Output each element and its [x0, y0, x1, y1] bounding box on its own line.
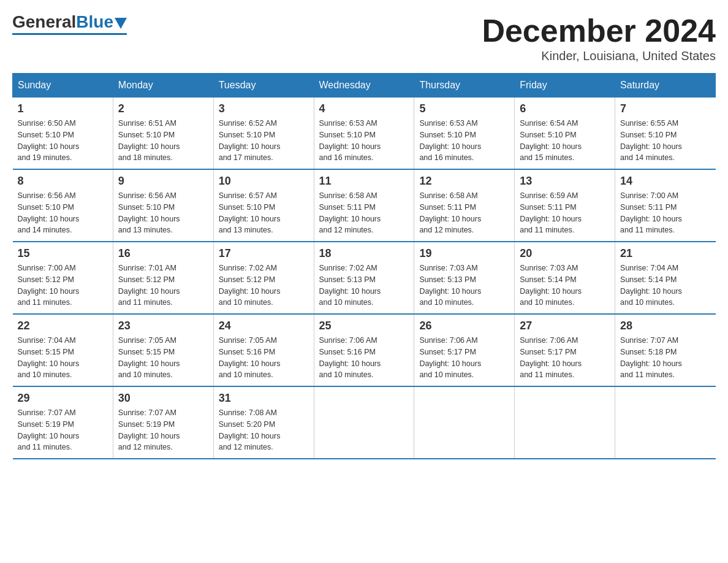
calendar-cell [414, 386, 515, 459]
day-number: 10 [219, 175, 309, 188]
day-info: Sunrise: 6:55 AM Sunset: 5:10 PM Dayligh… [620, 118, 710, 164]
day-number: 14 [620, 175, 710, 188]
col-sunday: Sunday [13, 74, 113, 98]
day-info: Sunrise: 7:02 AM Sunset: 5:12 PM Dayligh… [219, 262, 309, 308]
day-number: 21 [620, 247, 710, 260]
calendar-cell: 5 Sunrise: 6:53 AM Sunset: 5:10 PM Dayli… [414, 98, 515, 170]
day-number: 8 [18, 175, 108, 188]
day-info: Sunrise: 6:53 AM Sunset: 5:10 PM Dayligh… [419, 118, 509, 164]
col-saturday: Saturday [615, 74, 716, 98]
day-number: 30 [118, 392, 208, 405]
calendar-cell: 29 Sunrise: 7:07 AM Sunset: 5:19 PM Dayl… [13, 386, 113, 459]
day-number: 29 [18, 392, 108, 405]
calendar-cell: 25 Sunrise: 7:06 AM Sunset: 5:16 PM Dayl… [314, 314, 414, 386]
calendar-cell: 9 Sunrise: 6:56 AM Sunset: 5:10 PM Dayli… [113, 169, 213, 242]
day-number: 3 [219, 102, 309, 115]
day-info: Sunrise: 6:56 AM Sunset: 5:10 PM Dayligh… [118, 190, 208, 236]
logo-general-text: General [12, 12, 76, 32]
col-friday: Friday [515, 74, 615, 98]
calendar-cell: 20 Sunrise: 7:03 AM Sunset: 5:14 PM Dayl… [515, 242, 615, 314]
day-info: Sunrise: 7:06 AM Sunset: 5:16 PM Dayligh… [319, 335, 409, 381]
day-info: Sunrise: 7:03 AM Sunset: 5:13 PM Dayligh… [419, 262, 509, 308]
calendar-cell [515, 386, 615, 459]
calendar-cell: 8 Sunrise: 6:56 AM Sunset: 5:10 PM Dayli… [13, 169, 113, 242]
month-title: December 2024 [482, 12, 716, 49]
calendar-cell [314, 386, 414, 459]
location-subtitle: Kinder, Louisiana, United States [482, 49, 716, 63]
calendar-cell: 24 Sunrise: 7:05 AM Sunset: 5:16 PM Dayl… [213, 314, 314, 386]
calendar-cell: 23 Sunrise: 7:05 AM Sunset: 5:15 PM Dayl… [113, 314, 213, 386]
col-wednesday: Wednesday [314, 74, 414, 98]
day-info: Sunrise: 7:02 AM Sunset: 5:13 PM Dayligh… [319, 262, 409, 308]
day-number: 23 [118, 320, 208, 332]
day-number: 25 [319, 320, 409, 332]
day-info: Sunrise: 6:53 AM Sunset: 5:10 PM Dayligh… [319, 118, 409, 164]
calendar-cell: 22 Sunrise: 7:04 AM Sunset: 5:15 PM Dayl… [13, 314, 113, 386]
calendar-cell: 28 Sunrise: 7:07 AM Sunset: 5:18 PM Dayl… [615, 314, 716, 386]
day-info: Sunrise: 7:04 AM Sunset: 5:15 PM Dayligh… [18, 335, 108, 381]
day-number: 13 [520, 175, 610, 188]
header: GeneralBlue December 2024 Kinder, Louisi… [12, 12, 716, 63]
calendar-cell: 12 Sunrise: 6:58 AM Sunset: 5:11 PM Dayl… [414, 169, 515, 242]
day-info: Sunrise: 7:01 AM Sunset: 5:12 PM Dayligh… [118, 262, 208, 308]
day-number: 11 [319, 175, 409, 188]
day-info: Sunrise: 6:59 AM Sunset: 5:11 PM Dayligh… [520, 190, 610, 236]
day-info: Sunrise: 6:58 AM Sunset: 5:11 PM Dayligh… [319, 190, 409, 236]
calendar-week-5: 29 Sunrise: 7:07 AM Sunset: 5:19 PM Dayl… [13, 386, 716, 459]
day-info: Sunrise: 7:05 AM Sunset: 5:16 PM Dayligh… [219, 335, 309, 381]
day-number: 1 [18, 102, 108, 115]
day-info: Sunrise: 7:00 AM Sunset: 5:12 PM Dayligh… [18, 262, 108, 308]
day-number: 6 [520, 102, 610, 115]
calendar-cell: 6 Sunrise: 6:54 AM Sunset: 5:10 PM Dayli… [515, 98, 615, 170]
day-info: Sunrise: 6:51 AM Sunset: 5:10 PM Dayligh… [118, 118, 208, 164]
day-number: 9 [118, 175, 208, 188]
day-number: 27 [520, 320, 610, 332]
logo: GeneralBlue [12, 12, 127, 35]
day-number: 22 [18, 320, 108, 332]
calendar-cell: 18 Sunrise: 7:02 AM Sunset: 5:13 PM Dayl… [314, 242, 414, 314]
day-number: 5 [419, 102, 509, 115]
day-number: 12 [419, 175, 509, 188]
calendar-cell: 15 Sunrise: 7:00 AM Sunset: 5:12 PM Dayl… [13, 242, 113, 314]
calendar-cell: 16 Sunrise: 7:01 AM Sunset: 5:12 PM Dayl… [113, 242, 213, 314]
calendar-week-1: 1 Sunrise: 6:50 AM Sunset: 5:10 PM Dayli… [13, 98, 716, 170]
calendar-cell: 11 Sunrise: 6:58 AM Sunset: 5:11 PM Dayl… [314, 169, 414, 242]
day-number: 15 [18, 247, 108, 260]
col-tuesday: Tuesday [213, 74, 314, 98]
calendar-week-4: 22 Sunrise: 7:04 AM Sunset: 5:15 PM Dayl… [13, 314, 716, 386]
day-info: Sunrise: 6:58 AM Sunset: 5:11 PM Dayligh… [419, 190, 509, 236]
calendar-cell: 10 Sunrise: 6:57 AM Sunset: 5:10 PM Dayl… [213, 169, 314, 242]
day-info: Sunrise: 7:06 AM Sunset: 5:17 PM Dayligh… [520, 335, 610, 381]
calendar-cell: 30 Sunrise: 7:07 AM Sunset: 5:19 PM Dayl… [113, 386, 213, 459]
day-number: 20 [520, 247, 610, 260]
calendar-cell: 27 Sunrise: 7:06 AM Sunset: 5:17 PM Dayl… [515, 314, 615, 386]
day-info: Sunrise: 7:04 AM Sunset: 5:14 PM Dayligh… [620, 262, 710, 308]
calendar-cell: 31 Sunrise: 7:08 AM Sunset: 5:20 PM Dayl… [213, 386, 314, 459]
calendar-cell: 21 Sunrise: 7:04 AM Sunset: 5:14 PM Dayl… [615, 242, 716, 314]
day-number: 16 [118, 247, 208, 260]
title-area: December 2024 Kinder, Louisiana, United … [482, 12, 716, 63]
calendar-cell: 2 Sunrise: 6:51 AM Sunset: 5:10 PM Dayli… [113, 98, 213, 170]
calendar-week-2: 8 Sunrise: 6:56 AM Sunset: 5:10 PM Dayli… [13, 169, 716, 242]
day-number: 2 [118, 102, 208, 115]
col-monday: Monday [113, 74, 213, 98]
calendar-cell: 19 Sunrise: 7:03 AM Sunset: 5:13 PM Dayl… [414, 242, 515, 314]
day-info: Sunrise: 6:56 AM Sunset: 5:10 PM Dayligh… [18, 190, 108, 236]
day-number: 28 [620, 320, 710, 332]
calendar-cell: 1 Sunrise: 6:50 AM Sunset: 5:10 PM Dayli… [13, 98, 113, 170]
calendar-cell: 14 Sunrise: 7:00 AM Sunset: 5:11 PM Dayl… [615, 169, 716, 242]
logo-triangle-icon [115, 18, 127, 29]
day-number: 24 [219, 320, 309, 332]
day-info: Sunrise: 7:08 AM Sunset: 5:20 PM Dayligh… [219, 407, 309, 453]
calendar-cell: 13 Sunrise: 6:59 AM Sunset: 5:11 PM Dayl… [515, 169, 615, 242]
day-number: 4 [319, 102, 409, 115]
day-info: Sunrise: 6:50 AM Sunset: 5:10 PM Dayligh… [18, 118, 108, 164]
logo-line [12, 33, 127, 35]
day-number: 7 [620, 102, 710, 115]
header-row: Sunday Monday Tuesday Wednesday Thursday… [13, 74, 716, 98]
day-number: 17 [219, 247, 309, 260]
day-info: Sunrise: 7:07 AM Sunset: 5:18 PM Dayligh… [620, 335, 710, 381]
calendar-cell [615, 386, 716, 459]
logo-blue-text: Blue [76, 12, 113, 32]
day-info: Sunrise: 7:06 AM Sunset: 5:17 PM Dayligh… [419, 335, 509, 381]
